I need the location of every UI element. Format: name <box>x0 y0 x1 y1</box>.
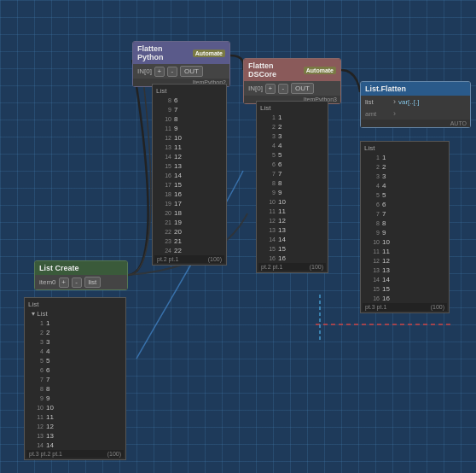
list-item: 1412 <box>154 152 224 161</box>
list-item: 99 <box>258 188 326 197</box>
list-item: 1212 <box>258 216 326 225</box>
fd-list-footer: pt.2 pt.1 (100) <box>258 263 326 271</box>
list-item: 1515 <box>363 284 447 294</box>
lf-list-footer: pt.3 pt.1 (100) <box>363 303 447 311</box>
list-item: 88 <box>363 219 447 228</box>
list-item: 88 <box>26 384 124 394</box>
flatten-python-add-btn[interactable]: + <box>154 67 165 77</box>
list-item: 22 <box>363 162 447 172</box>
list-create-item-port: item0 <box>39 278 56 286</box>
list-item: 66 <box>26 365 124 375</box>
list-create-out-port: list <box>84 277 102 288</box>
list-item: 1513 <box>154 161 224 171</box>
list-item: 77 <box>363 209 447 219</box>
list-item: 55 <box>363 190 447 200</box>
lf-list-header: List <box>363 143 447 153</box>
list-item: 1111 <box>258 207 326 216</box>
list-item: 22 <box>26 328 124 337</box>
list-item: 1414 <box>26 441 124 450</box>
list-item: 119 <box>154 124 224 133</box>
list-item: 1313 <box>363 266 447 275</box>
fp-list-footer: pt.2 pt.1 (100) <box>154 255 224 263</box>
list-flatten-amt-port: amt › <box>361 108 470 120</box>
list-create-output-list: List ▾ List 11 22 33 44 55 66 77 88 99 1… <box>24 297 126 460</box>
list-item: 1917 <box>154 199 224 208</box>
list-item: 55 <box>26 356 124 365</box>
flatten-dscore-title: Flatten DSCore <box>248 61 301 79</box>
list-create-add-btn[interactable]: + <box>59 277 69 288</box>
list-flatten-title: List.Flatten <box>365 85 406 93</box>
lf-auto-label: AUTO <box>361 120 470 127</box>
list-item: 1210 <box>154 133 224 143</box>
flatten-python-title: Flatten Python <box>137 44 190 61</box>
lc-subheader: ▾ List <box>26 309 124 318</box>
list-item: 1010 <box>26 403 124 412</box>
list-item: 2422 <box>154 246 224 255</box>
list-item: 11 <box>363 153 447 162</box>
flatten-python-list: List 86 97 108 119 1210 1311 1412 1513 1… <box>152 84 227 266</box>
flatten-dscore-ports: IN[0] + - OUT <box>244 81 340 96</box>
list-item: 1111 <box>363 247 447 256</box>
list-item: 1614 <box>154 171 224 180</box>
list-item: 1616 <box>363 294 447 303</box>
list-item: 1515 <box>258 244 326 254</box>
list-item: 1715 <box>154 180 224 190</box>
flatten-python-out-port: OUT <box>180 66 203 77</box>
list-item: 55 <box>258 150 326 160</box>
list-item: 1311 <box>154 143 224 152</box>
flatten-python-badge: Automate <box>193 50 225 57</box>
list-item: 1616 <box>258 254 326 263</box>
lc-list-header: List <box>26 300 124 309</box>
list-create-sub-btn[interactable]: - <box>72 277 82 288</box>
list-item: 88 <box>258 178 326 188</box>
list-item: 1010 <box>363 237 447 247</box>
flatten-python-sub-btn[interactable]: - <box>167 67 177 77</box>
list-header-fp: List <box>154 86 224 96</box>
list-create-header: List Create <box>35 261 127 275</box>
list-flatten-output-list: List 11 22 33 44 55 66 77 88 99 1010 111… <box>360 141 450 313</box>
list-item: 99 <box>26 394 124 403</box>
flatten-python-in-port: IN[0] <box>137 67 152 75</box>
list-item: 1212 <box>363 256 447 266</box>
list-item: 97 <box>154 105 224 114</box>
flatten-dscore-badge: Automate <box>304 67 336 74</box>
list-item: 33 <box>363 172 447 181</box>
list-item: 1816 <box>154 190 224 199</box>
list-item: 108 <box>154 114 224 124</box>
list-item: 1212 <box>26 422 124 431</box>
flatten-dscore-header: Flatten DSCore Automate <box>244 59 340 81</box>
list-item: 1010 <box>258 197 326 207</box>
list-create-title: List Create <box>39 264 79 272</box>
list-item: 86 <box>154 96 224 105</box>
list-item: 2119 <box>154 218 224 227</box>
flatten-python-node: Flatten Python Automate IN[0] + - OUT It… <box>132 41 230 87</box>
list-item: 22 <box>258 122 326 131</box>
list-item: 44 <box>26 347 124 356</box>
list-item: 1111 <box>26 412 124 422</box>
flatten-dscore-add-btn[interactable]: + <box>265 84 276 94</box>
list-item: 2018 <box>154 208 224 218</box>
flatten-python-header: Flatten Python Automate <box>133 42 229 64</box>
list-item: 11 <box>258 113 326 122</box>
list-item: 44 <box>258 141 326 150</box>
flatten-dscore-out-port: OUT <box>291 83 314 94</box>
flatten-dscore-sub-btn[interactable]: - <box>278 84 288 94</box>
flatten-dscore-in-port: IN[0] <box>248 85 263 92</box>
list-item: 66 <box>363 200 447 209</box>
list-item: 1414 <box>258 235 326 244</box>
lf-list-port-label: list <box>365 98 391 106</box>
lf-amt-port-label: amt <box>365 110 391 118</box>
list-item: 1414 <box>363 275 447 284</box>
flatten-python-ports: IN[0] + - OUT <box>133 64 229 79</box>
list-create-node: List Create item0 + - list <box>34 260 128 290</box>
list-item: 77 <box>26 375 124 384</box>
list-item: 2220 <box>154 227 224 236</box>
list-item: 11 <box>26 318 124 328</box>
list-item: 1313 <box>258 225 326 235</box>
list-item: 2321 <box>154 236 224 246</box>
lf-list-value: var[..[.] <box>398 98 419 106</box>
list-flatten-header: List.Flatten <box>361 82 470 96</box>
list-item: 66 <box>258 160 326 169</box>
list-flatten-list-port: list › var[..[.] <box>361 96 470 108</box>
list-item: 33 <box>258 131 326 141</box>
